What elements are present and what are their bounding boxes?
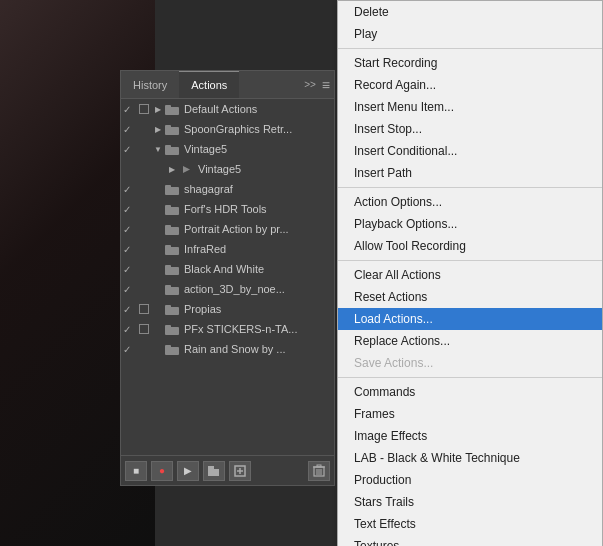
item-label: shagagraf	[184, 183, 233, 195]
svg-rect-22	[165, 325, 171, 329]
folder-icon	[165, 283, 181, 295]
menu-item-label: LAB - Black & White Technique	[354, 451, 520, 465]
folder-icon	[165, 143, 181, 155]
folder-icon	[165, 343, 181, 355]
new-set-button[interactable]	[203, 461, 225, 481]
item-expand[interactable]: ▶	[165, 165, 179, 174]
svg-marker-6	[183, 166, 190, 173]
folder-icon	[165, 303, 181, 315]
menu-item-textures[interactable]: Textures	[338, 535, 602, 546]
menu-item-load-actions[interactable]: Load Actions...	[338, 308, 602, 330]
menu-item-stars-trails[interactable]: Stars Trails	[338, 491, 602, 513]
item-label: Portrait Action by pr...	[184, 223, 289, 235]
item-expand[interactable]: ▶	[151, 125, 165, 134]
item-check: ✓	[123, 284, 137, 295]
list-item[interactable]: ✓▶ Default Actions	[121, 99, 334, 119]
menu-item-insert-path[interactable]: Insert Path	[338, 162, 602, 184]
menu-item-insert-menu-item[interactable]: Insert Menu Item...	[338, 96, 602, 118]
menu-item-label: Image Effects	[354, 429, 427, 443]
menu-item-label: Production	[354, 473, 411, 487]
delete-button[interactable]	[308, 461, 330, 481]
list-item[interactable]: ✓ InfraRed	[121, 239, 334, 259]
panel-tabs: History Actions >> ≡	[121, 71, 334, 99]
tab-history[interactable]: History	[121, 71, 179, 98]
item-check: ✓	[123, 244, 137, 255]
item-label: Rain and Snow by ...	[184, 343, 286, 355]
list-item[interactable]: ✓ Propias	[121, 299, 334, 319]
svg-rect-16	[165, 265, 171, 269]
item-expand[interactable]: ▶	[151, 105, 165, 114]
menu-item-frames[interactable]: Frames	[338, 403, 602, 425]
dropdown-menu: DeletePlayStart RecordingRecord Again...…	[337, 0, 603, 546]
list-item[interactable]: ✓ action_3D_by_noe...	[121, 279, 334, 299]
menu-item-label: Insert Conditional...	[354, 144, 457, 158]
panel-expand-icon[interactable]: >>	[304, 79, 316, 90]
menu-item-delete[interactable]: Delete	[338, 1, 602, 23]
menu-item-label: Save Actions...	[354, 356, 433, 370]
panel-toolbar: ■ ● ▶	[121, 455, 334, 485]
menu-item-commands[interactable]: Commands	[338, 381, 602, 403]
menu-item-label: Record Again...	[354, 78, 436, 92]
item-label: Vintage5	[184, 143, 227, 155]
record-button[interactable]: ●	[151, 461, 173, 481]
item-expand[interactable]: ▼	[151, 145, 165, 154]
item-label: PFx STICKERS-n-TA...	[184, 323, 297, 335]
menu-item-start-recording[interactable]: Start Recording	[338, 52, 602, 74]
list-item[interactable]: ✓ Forf's HDR Tools	[121, 199, 334, 219]
svg-rect-18	[165, 285, 171, 289]
menu-item-action-options[interactable]: Action Options...	[338, 191, 602, 213]
item-check: ✓	[123, 264, 137, 275]
menu-item-label: Load Actions...	[354, 312, 433, 326]
item-label: SpoonGraphics Retr...	[184, 123, 292, 135]
list-item[interactable]: ✓▼ Vintage5	[121, 139, 334, 159]
item-check: ✓	[123, 144, 137, 155]
svg-rect-3	[165, 125, 171, 129]
menu-separator	[338, 377, 602, 378]
menu-item-insert-stop[interactable]: Insert Stop...	[338, 118, 602, 140]
item-check: ✓	[123, 104, 137, 115]
tab-actions[interactable]: Actions	[179, 71, 239, 98]
list-item[interactable]: ✓ shagagraf	[121, 179, 334, 199]
menu-item-label: Reset Actions	[354, 290, 427, 304]
folder-icon	[165, 263, 181, 275]
menu-separator	[338, 260, 602, 261]
menu-item-lab-bw[interactable]: LAB - Black & White Technique	[338, 447, 602, 469]
menu-item-clear-all-actions[interactable]: Clear All Actions	[338, 264, 602, 286]
item-label: action_3D_by_noe...	[184, 283, 285, 295]
item-check: ✓	[123, 204, 137, 215]
list-item[interactable]: ✓ Black And White	[121, 259, 334, 279]
folder-icon	[165, 223, 181, 235]
item-square	[137, 104, 151, 114]
list-item[interactable]: ✓▶ SpoonGraphics Retr...	[121, 119, 334, 139]
menu-item-text-effects[interactable]: Text Effects	[338, 513, 602, 535]
folder-icon	[165, 323, 181, 335]
menu-item-label: Replace Actions...	[354, 334, 450, 348]
item-label: Propias	[184, 303, 221, 315]
svg-rect-12	[165, 225, 171, 229]
item-label: Black And White	[184, 263, 264, 275]
folder-icon	[165, 103, 181, 115]
menu-item-image-effects[interactable]: Image Effects	[338, 425, 602, 447]
list-item[interactable]: ▶ Vintage5	[121, 159, 334, 179]
panel-menu-icon[interactable]: ≡	[322, 77, 330, 93]
menu-item-record-again[interactable]: Record Again...	[338, 74, 602, 96]
menu-item-reset-actions[interactable]: Reset Actions	[338, 286, 602, 308]
menu-item-allow-tool-recording[interactable]: Allow Tool Recording	[338, 235, 602, 257]
list-item[interactable]: ✓ Rain and Snow by ...	[121, 339, 334, 359]
menu-item-play[interactable]: Play	[338, 23, 602, 45]
menu-item-label: Playback Options...	[354, 217, 457, 231]
menu-item-insert-conditional[interactable]: Insert Conditional...	[338, 140, 602, 162]
play-button[interactable]: ▶	[177, 461, 199, 481]
stop-button[interactable]: ■	[125, 461, 147, 481]
menu-item-production[interactable]: Production	[338, 469, 602, 491]
menu-item-playback-options[interactable]: Playback Options...	[338, 213, 602, 235]
item-square	[137, 304, 151, 314]
list-item[interactable]: ✓ Portrait Action by pr...	[121, 219, 334, 239]
item-label: Default Actions	[184, 103, 257, 115]
item-check: ✓	[123, 124, 137, 135]
menu-item-label: Insert Stop...	[354, 122, 422, 136]
svg-rect-20	[165, 305, 171, 309]
list-item[interactable]: ✓ PFx STICKERS-n-TA...	[121, 319, 334, 339]
new-action-button[interactable]	[229, 461, 251, 481]
menu-item-replace-actions[interactable]: Replace Actions...	[338, 330, 602, 352]
